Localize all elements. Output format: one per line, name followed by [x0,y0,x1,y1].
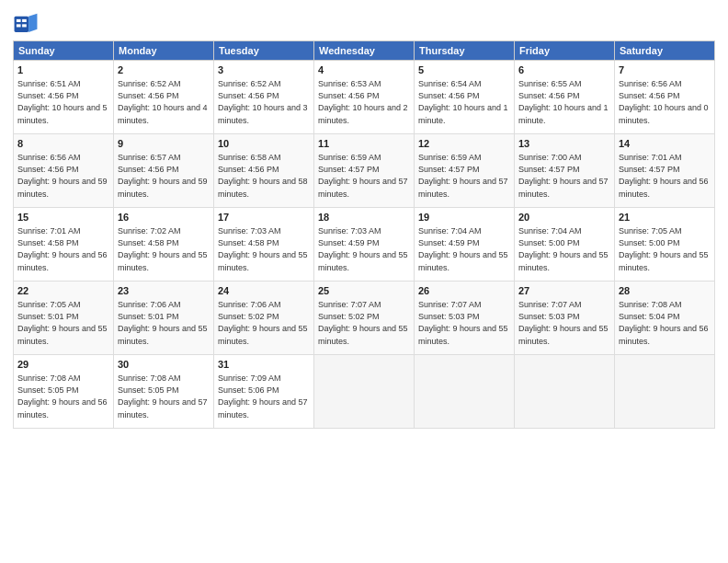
day-info: Sunrise: 6:57 AMSunset: 4:56 PMDaylight:… [118,153,208,198]
svg-rect-2 [17,19,21,22]
calendar-cell [415,355,515,429]
day-info: Sunrise: 7:03 AMSunset: 4:59 PMDaylight:… [318,226,408,271]
day-info: Sunrise: 7:05 AMSunset: 5:01 PMDaylight:… [17,300,108,345]
day-info: Sunrise: 7:09 AMSunset: 5:06 PMDaylight:… [218,373,308,419]
day-number: 24 [218,284,310,298]
day-info: Sunrise: 6:56 AMSunset: 4:56 PMDaylight:… [17,153,108,198]
calendar-cell: 10Sunrise: 6:58 AMSunset: 4:56 PMDayligh… [214,134,314,208]
day-number: 21 [619,211,711,224]
weekday-friday: Friday [515,41,615,61]
day-number: 3 [218,63,310,77]
calendar-cell: 9Sunrise: 6:57 AMSunset: 4:56 PMDaylight… [114,134,214,208]
day-info: Sunrise: 7:01 AMSunset: 4:58 PMDaylight:… [17,226,108,271]
day-number: 28 [619,284,711,298]
day-info: Sunrise: 7:04 AMSunset: 4:59 PMDaylight:… [418,226,508,271]
day-number: 10 [218,137,310,151]
day-info: Sunrise: 6:59 AMSunset: 4:57 PMDaylight:… [318,153,408,198]
day-number: 9 [118,137,210,151]
day-number: 5 [418,63,510,77]
day-info: Sunrise: 7:08 AMSunset: 5:04 PMDaylight:… [619,300,709,345]
calendar-cell: 30Sunrise: 7:08 AMSunset: 5:05 PMDayligh… [114,355,214,429]
day-number: 20 [518,211,610,224]
calendar-cell: 4Sunrise: 6:53 AMSunset: 4:56 PMDaylight… [314,61,415,134]
calendar-cell: 29Sunrise: 7:08 AMSunset: 5:05 PMDayligh… [14,355,114,429]
week-row-4: 22Sunrise: 7:05 AMSunset: 5:01 PMDayligh… [14,282,715,355]
calendar-cell: 26Sunrise: 7:07 AMSunset: 5:03 PMDayligh… [415,282,515,355]
week-row-2: 8Sunrise: 6:56 AMSunset: 4:56 PMDaylight… [14,134,715,208]
day-info: Sunrise: 7:06 AMSunset: 5:02 PMDaylight:… [218,300,308,345]
week-row-3: 15Sunrise: 7:01 AMSunset: 4:58 PMDayligh… [14,208,715,282]
svg-marker-1 [28,14,37,32]
logo-icon [13,9,39,35]
day-number: 25 [318,284,410,298]
weekday-saturday: Saturday [615,41,715,61]
day-info: Sunrise: 6:52 AMSunset: 4:56 PMDaylight:… [218,79,308,124]
calendar-cell: 11Sunrise: 6:59 AMSunset: 4:57 PMDayligh… [314,134,415,208]
page-container: SundayMondayTuesdayWednesdayThursdayFrid… [0,0,728,434]
logo [13,9,42,35]
day-number: 26 [418,284,510,298]
calendar-cell: 8Sunrise: 6:56 AMSunset: 4:56 PMDaylight… [14,134,114,208]
day-number: 8 [17,137,109,151]
day-info: Sunrise: 6:54 AMSunset: 4:56 PMDaylight:… [418,79,508,124]
day-number: 2 [118,63,210,77]
day-number: 17 [218,211,310,224]
day-info: Sunrise: 6:55 AMSunset: 4:56 PMDaylight:… [518,79,609,124]
day-number: 12 [418,137,510,151]
day-info: Sunrise: 6:56 AMSunset: 4:56 PMDaylight:… [619,79,709,124]
calendar-body: 1Sunrise: 6:51 AMSunset: 4:56 PMDaylight… [14,61,715,429]
day-number: 27 [518,284,610,298]
day-info: Sunrise: 6:59 AMSunset: 4:57 PMDaylight:… [418,153,508,198]
calendar-cell: 2Sunrise: 6:52 AMSunset: 4:56 PMDaylight… [114,61,214,134]
calendar-cell: 6Sunrise: 6:55 AMSunset: 4:56 PMDaylight… [515,61,615,134]
day-number: 19 [418,211,510,224]
day-info: Sunrise: 6:53 AMSunset: 4:56 PMDaylight:… [318,79,408,124]
day-number: 4 [318,63,410,77]
calendar-cell: 20Sunrise: 7:04 AMSunset: 5:00 PMDayligh… [515,208,615,282]
day-info: Sunrise: 7:07 AMSunset: 5:03 PMDaylight:… [518,300,609,345]
day-number: 22 [17,284,109,298]
weekday-wednesday: Wednesday [314,41,415,61]
week-row-1: 1Sunrise: 6:51 AMSunset: 4:56 PMDaylight… [14,61,715,134]
calendar-cell: 13Sunrise: 7:00 AMSunset: 4:57 PMDayligh… [515,134,615,208]
calendar-cell: 22Sunrise: 7:05 AMSunset: 5:01 PMDayligh… [14,282,114,355]
calendar-table: SundayMondayTuesdayWednesdayThursdayFrid… [13,40,715,429]
calendar-cell: 12Sunrise: 6:59 AMSunset: 4:57 PMDayligh… [415,134,515,208]
weekday-thursday: Thursday [415,41,515,61]
calendar-cell: 14Sunrise: 7:01 AMSunset: 4:57 PMDayligh… [615,134,715,208]
day-info: Sunrise: 7:06 AMSunset: 5:01 PMDaylight:… [118,300,208,345]
day-info: Sunrise: 7:03 AMSunset: 4:58 PMDaylight:… [218,226,308,271]
calendar-cell [314,355,415,429]
calendar-cell: 15Sunrise: 7:01 AMSunset: 4:58 PMDayligh… [14,208,114,282]
day-number: 11 [318,137,410,151]
calendar-cell: 18Sunrise: 7:03 AMSunset: 4:59 PMDayligh… [314,208,415,282]
day-number: 14 [619,137,711,151]
calendar-cell: 27Sunrise: 7:07 AMSunset: 5:03 PMDayligh… [515,282,615,355]
day-number: 31 [218,358,310,372]
calendar-cell: 3Sunrise: 6:52 AMSunset: 4:56 PMDaylight… [214,61,314,134]
calendar-cell: 19Sunrise: 7:04 AMSunset: 4:59 PMDayligh… [415,208,515,282]
day-info: Sunrise: 7:05 AMSunset: 5:00 PMDaylight:… [619,226,709,271]
day-info: Sunrise: 7:07 AMSunset: 5:02 PMDaylight:… [318,300,408,345]
day-info: Sunrise: 7:08 AMSunset: 5:05 PMDaylight:… [17,373,108,419]
calendar-cell: 23Sunrise: 7:06 AMSunset: 5:01 PMDayligh… [114,282,214,355]
calendar-cell [515,355,615,429]
calendar-cell: 25Sunrise: 7:07 AMSunset: 5:02 PMDayligh… [314,282,415,355]
calendar-cell: 17Sunrise: 7:03 AMSunset: 4:58 PMDayligh… [214,208,314,282]
day-number: 15 [17,211,109,224]
day-number: 16 [118,211,210,224]
day-number: 1 [17,63,109,77]
calendar-cell: 24Sunrise: 7:06 AMSunset: 5:02 PMDayligh… [214,282,314,355]
day-info: Sunrise: 7:02 AMSunset: 4:58 PMDaylight:… [118,226,208,271]
day-number: 29 [17,358,109,372]
day-number: 6 [518,63,610,77]
calendar-cell: 16Sunrise: 7:02 AMSunset: 4:58 PMDayligh… [114,208,214,282]
calendar-cell: 28Sunrise: 7:08 AMSunset: 5:04 PMDayligh… [615,282,715,355]
calendar-cell: 7Sunrise: 6:56 AMSunset: 4:56 PMDaylight… [615,61,715,134]
day-number: 23 [118,284,210,298]
svg-rect-5 [22,24,27,27]
calendar-cell: 31Sunrise: 7:09 AMSunset: 5:06 PMDayligh… [214,355,314,429]
calendar-cell: 21Sunrise: 7:05 AMSunset: 5:00 PMDayligh… [615,208,715,282]
day-info: Sunrise: 7:08 AMSunset: 5:05 PMDaylight:… [118,373,208,419]
header [13,9,715,35]
